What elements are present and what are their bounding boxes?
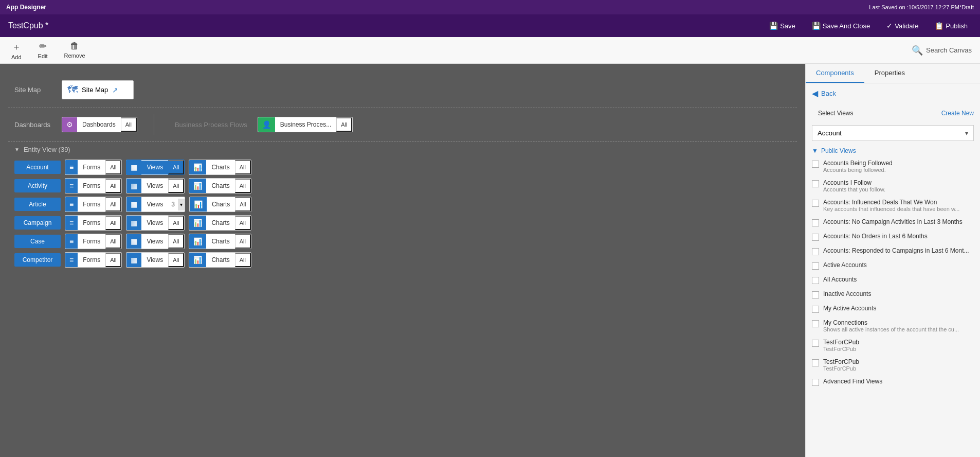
validate-button[interactable]: ✓ Validate bbox=[882, 20, 922, 32]
view-list-item[interactable]: TestForCPub TestForCPub bbox=[806, 355, 980, 375]
forms-all-button[interactable]: All bbox=[105, 234, 121, 249]
entity-row: Article ≡ Forms All ▦ Views 3 ▾ bbox=[14, 197, 791, 212]
views-icon-wrap: ▦ bbox=[126, 179, 141, 193]
entity-name-button-activity[interactable]: Activity bbox=[14, 179, 61, 192]
save-and-close-button[interactable]: 💾 Save And Close bbox=[808, 20, 875, 32]
right-panel: Components Properties ◀ Back Select View… bbox=[805, 64, 980, 457]
add-label: Add bbox=[11, 54, 22, 60]
charts-icon: 📊 bbox=[193, 256, 202, 264]
view-checkbox-4[interactable] bbox=[812, 234, 819, 241]
view-list-item[interactable]: Accounts I Follow Accounts that you foll… bbox=[806, 176, 980, 196]
view-list-item[interactable]: Accounts: No Orders in Last 6 Months bbox=[806, 230, 980, 244]
panel-back-button[interactable]: ◀ Back bbox=[806, 83, 980, 103]
forms-all-button[interactable]: All bbox=[105, 160, 121, 174]
view-checkbox-7[interactable] bbox=[812, 277, 819, 284]
view-checkbox-1[interactable] bbox=[812, 180, 819, 187]
charts-group-2: 📊 Charts All bbox=[189, 197, 252, 212]
charts-all-button[interactable]: All bbox=[235, 216, 251, 230]
views-icon: ▦ bbox=[131, 163, 137, 171]
charts-all-button[interactable]: All bbox=[235, 179, 251, 193]
view-list-item[interactable]: Active Accounts bbox=[806, 258, 980, 273]
dropdown-chevron-icon: ▾ bbox=[965, 130, 968, 137]
views-label: Views bbox=[141, 253, 168, 267]
view-list-item[interactable]: Inactive Accounts bbox=[806, 287, 980, 302]
entity-name-button-account[interactable]: Account bbox=[14, 161, 61, 174]
forms-all-button[interactable]: All bbox=[105, 253, 121, 267]
views-icon: ▦ bbox=[131, 219, 137, 227]
create-new-link[interactable]: Create New bbox=[941, 110, 974, 117]
charts-label: Charts bbox=[207, 198, 235, 211]
views-all-button[interactable]: All bbox=[168, 234, 184, 249]
public-views-header[interactable]: ▼ Public Views bbox=[806, 143, 980, 156]
charts-all-button[interactable]: All bbox=[235, 197, 251, 212]
views-list[interactable]: Accounts Being Followed Accounts being f… bbox=[806, 156, 980, 457]
dashboards-text: Dashboards bbox=[77, 118, 121, 131]
view-list-item[interactable]: Accounts: No Campaign Activities in Last… bbox=[806, 215, 980, 230]
view-list-item[interactable]: All Accounts bbox=[806, 273, 980, 287]
charts-icon: 📊 bbox=[193, 237, 202, 245]
forms-label: Forms bbox=[78, 161, 105, 174]
entity-name-button-competitor[interactable]: Competitor bbox=[14, 253, 61, 267]
view-checkbox-12[interactable] bbox=[812, 359, 819, 366]
views-all-button[interactable]: All bbox=[168, 216, 184, 230]
site-map-box[interactable]: 🗺 Site Map ↗ bbox=[62, 80, 134, 99]
view-list-item[interactable]: My Connections Shows all active instance… bbox=[806, 316, 980, 336]
view-checkbox-2[interactable] bbox=[812, 200, 819, 207]
view-checkbox-0[interactable] bbox=[812, 161, 819, 168]
canvas[interactable]: Site Map 🗺 Site Map ↗ Dashboards ⚙ Dashb… bbox=[0, 64, 805, 457]
view-list-item[interactable]: Accounts: Influenced Deals That We Won K… bbox=[806, 196, 980, 215]
charts-all-button[interactable]: All bbox=[235, 160, 251, 174]
dashboards-icon-wrap: ⚙ bbox=[62, 117, 77, 132]
views-icon: ▦ bbox=[131, 182, 137, 190]
entity-dropdown[interactable]: Account ▾ bbox=[812, 125, 974, 141]
view-list-item[interactable]: Advanced Find Views bbox=[806, 375, 980, 389]
bpf-all-button[interactable]: All bbox=[336, 117, 352, 132]
view-checkbox-6[interactable] bbox=[812, 262, 819, 270]
views-all-button[interactable]: All bbox=[168, 253, 184, 267]
entity-name-button-article[interactable]: Article bbox=[14, 198, 61, 211]
view-checkbox-9[interactable] bbox=[812, 306, 819, 313]
view-checkbox-8[interactable] bbox=[812, 291, 819, 298]
views-icon-wrap: ▦ bbox=[126, 253, 141, 267]
view-text-7: All Accounts bbox=[823, 276, 857, 283]
charts-label: Charts bbox=[206, 216, 234, 230]
view-text-9: My Active Accounts bbox=[823, 305, 876, 312]
tab-properties[interactable]: Properties bbox=[864, 64, 915, 83]
charts-all-button[interactable]: All bbox=[235, 234, 251, 249]
entity-name-button-case[interactable]: Case bbox=[14, 235, 61, 248]
add-button[interactable]: ＋ Add bbox=[8, 39, 25, 62]
view-name: Accounts I Follow bbox=[823, 179, 885, 186]
publish-button[interactable]: 📋 Publish bbox=[931, 20, 972, 32]
save-button[interactable]: 💾 Save bbox=[765, 20, 800, 32]
forms-all-button[interactable]: All bbox=[105, 179, 121, 193]
forms-label: Forms bbox=[78, 198, 105, 211]
views-all-button[interactable]: All bbox=[168, 160, 184, 174]
charts-group-3: 📊 Charts All bbox=[189, 215, 251, 231]
charts-icon-wrap: 📊 bbox=[190, 197, 207, 212]
view-list-item[interactable]: My Active Accounts bbox=[806, 302, 980, 316]
view-list-item[interactable]: TestForCPub TestForCPub bbox=[806, 336, 980, 355]
views-all-button[interactable]: All bbox=[168, 179, 184, 193]
search-canvas[interactable]: 🔍 Search Canvas bbox=[912, 45, 972, 56]
view-name: TestForCPub bbox=[823, 358, 859, 365]
view-checkbox-10[interactable] bbox=[812, 320, 819, 327]
edit-button[interactable]: ✏ Edit bbox=[35, 39, 51, 62]
entity-name-button-campaign[interactable]: Campaign bbox=[14, 216, 61, 230]
save-close-label: Save And Close bbox=[823, 22, 870, 30]
forms-label: Forms bbox=[78, 253, 105, 267]
tab-components[interactable]: Components bbox=[806, 64, 864, 83]
view-checkbox-11[interactable] bbox=[812, 340, 819, 347]
view-checkbox-13[interactable] bbox=[812, 379, 819, 386]
charts-all-button[interactable]: All bbox=[235, 253, 251, 267]
view-list-item[interactable]: Accounts: Responded to Campaigns in Last… bbox=[806, 244, 980, 258]
view-list-item[interactable]: Accounts Being Followed Accounts being f… bbox=[806, 156, 980, 176]
view-checkbox-3[interactable] bbox=[812, 219, 819, 226]
forms-all-button[interactable]: All bbox=[105, 197, 121, 212]
views-icon-wrap: ▦ bbox=[126, 197, 141, 212]
view-checkbox-5[interactable] bbox=[812, 248, 819, 255]
sitemap-link-icon[interactable]: ↗ bbox=[112, 86, 118, 94]
dashboards-all-button[interactable]: All bbox=[121, 117, 137, 132]
forms-all-button[interactable]: All bbox=[105, 216, 121, 230]
views-dropdown-button[interactable]: ▾ bbox=[178, 199, 185, 210]
remove-button[interactable]: 🗑 Remove bbox=[61, 39, 88, 62]
